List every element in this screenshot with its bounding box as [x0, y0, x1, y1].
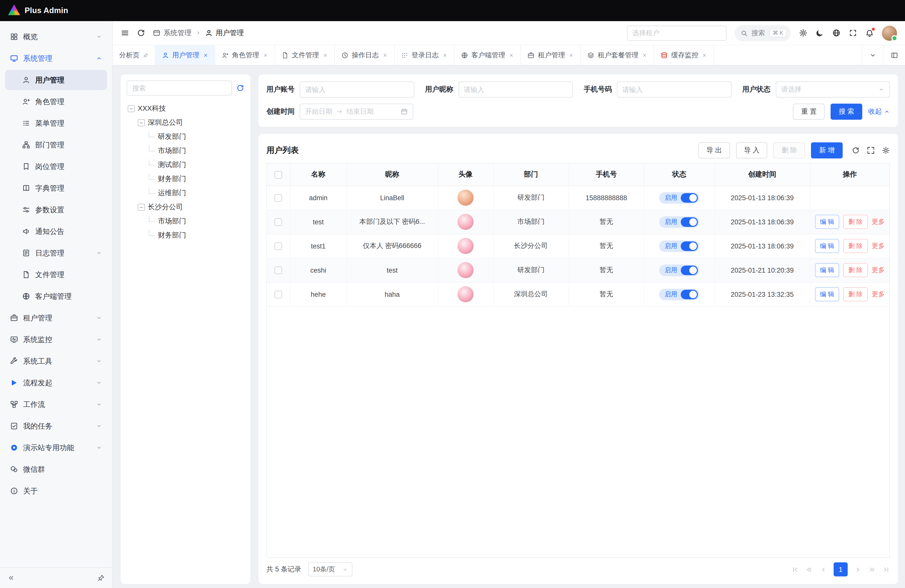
tab-cache-monitor[interactable]: 缓存监控	[654, 45, 714, 65]
sidebar-item-system-mgmt[interactable]: 系统管理	[5, 48, 107, 68]
sidebar-item-log-mgmt[interactable]: 日志管理	[5, 243, 107, 263]
close-icon[interactable]	[509, 52, 514, 57]
row-checkbox[interactable]	[275, 291, 282, 298]
settings-gear-icon[interactable]	[799, 29, 807, 37]
sidebar-item-file-mgmt[interactable]: 文件管理	[5, 265, 107, 285]
sidebar-item-post-mgmt[interactable]: 岗位管理	[5, 156, 107, 176]
delete-row-button[interactable]: 删 除	[843, 215, 868, 229]
edit-button[interactable]: 编 辑	[815, 263, 839, 277]
edit-button[interactable]: 编 辑	[815, 215, 839, 229]
user-status-select[interactable]: 请选择	[776, 81, 890, 98]
close-icon[interactable]	[568, 52, 574, 57]
sidebar-item-system-monitor[interactable]: 系统监控	[5, 329, 107, 350]
close-icon[interactable]	[322, 52, 327, 57]
sidebar-item-menu-mgmt[interactable]: 菜单管理	[5, 113, 107, 133]
table-settings-icon[interactable]	[882, 146, 890, 154]
sidebar-item-demo-features[interactable]: 演示站专用功能	[5, 438, 107, 458]
sidebar-item-notice[interactable]: 通知公告	[5, 221, 107, 242]
table-fullscreen-icon[interactable]	[867, 146, 875, 154]
table-row[interactable]: ceshitest研发部门暂无启用2025-01-21 10:20:39编 辑删…	[267, 258, 889, 282]
pin-icon[interactable]	[143, 52, 148, 57]
tree-node[interactable]: 研发部门	[127, 130, 245, 144]
tabs-dropdown-button[interactable]	[862, 45, 883, 65]
sidebar-pin-icon[interactable]	[98, 574, 105, 582]
sidebar-item-dept-mgmt[interactable]: 部门管理	[5, 135, 107, 155]
tree-node[interactable]: 运维部门	[127, 186, 245, 200]
tabs-layout-button[interactable]	[883, 45, 905, 65]
refresh-page-icon[interactable]	[137, 29, 145, 37]
more-button[interactable]: 更多	[872, 217, 884, 226]
status-switch[interactable]: 启用	[659, 264, 699, 276]
table-row[interactable]: test1仅本人 密码666666长沙分公司暂无启用2025-01-13 18:…	[267, 234, 889, 258]
select-all-checkbox[interactable]	[275, 171, 282, 178]
tree-node[interactable]: 测试部门	[127, 158, 245, 172]
fullscreen-icon[interactable]	[849, 29, 857, 37]
more-button[interactable]: 更多	[872, 290, 884, 299]
status-switch[interactable]: 启用	[659, 240, 699, 252]
pagination-current-page[interactable]: 1	[834, 563, 848, 577]
tenant-select-input[interactable]	[627, 25, 726, 40]
sidebar-item-dict-mgmt[interactable]: 字典管理	[5, 178, 107, 198]
collapse-sidebar-icon[interactable]	[8, 574, 14, 582]
date-range-picker[interactable]: 开始日期 结束日期	[300, 103, 413, 120]
search-button[interactable]: 搜 索	[830, 103, 862, 120]
delete-row-button[interactable]: 删 除	[843, 239, 868, 253]
pagination-last-icon[interactable]	[882, 566, 890, 573]
dark-mode-icon[interactable]	[816, 29, 824, 37]
sidebar-item-wechat-group[interactable]: 微信群	[5, 459, 107, 479]
edit-button[interactable]: 编 辑	[815, 239, 839, 253]
sidebar-item-workflow[interactable]: 工作流	[5, 394, 107, 415]
row-checkbox[interactable]	[275, 218, 282, 226]
pagination-first-icon[interactable]	[791, 566, 799, 573]
user-avatar[interactable]	[882, 25, 897, 40]
sidebar-item-process-start[interactable]: 流程发起	[5, 373, 107, 393]
sidebar-item-system-tools[interactable]: 系统工具	[5, 351, 107, 371]
close-icon[interactable]	[263, 52, 268, 57]
sidebar-item-role-mgmt[interactable]: 角色管理	[5, 92, 107, 112]
notifications-bell-icon[interactable]	[865, 29, 874, 37]
delete-row-button[interactable]: 删 除	[843, 263, 868, 277]
close-icon[interactable]	[642, 52, 647, 57]
hamburger-icon[interactable]	[121, 29, 129, 37]
tab-tenant-mgmt[interactable]: 租户管理	[521, 45, 581, 65]
tree-node[interactable]: 市场部门	[127, 144, 245, 158]
language-icon[interactable]	[832, 29, 841, 37]
add-button[interactable]: 新 增	[811, 142, 843, 159]
breadcrumb-item-user[interactable]: 用户管理	[205, 29, 244, 38]
tree-node[interactable]: 财务部门	[127, 228, 245, 242]
status-switch[interactable]: 启用	[659, 192, 699, 203]
reset-button[interactable]: 重 置	[793, 103, 825, 120]
tree-node[interactable]: 市场部门	[127, 214, 245, 228]
tree-node[interactable]: −XXX科技	[127, 102, 245, 116]
user-nickname-input[interactable]	[458, 81, 573, 98]
pagination-next-more-icon[interactable]	[868, 566, 876, 573]
tree-search-input[interactable]	[127, 81, 232, 95]
more-button[interactable]: 更多	[872, 242, 884, 251]
tab-tenant-package-mgmt[interactable]: 租户套餐管理	[581, 45, 654, 65]
user-account-input[interactable]	[300, 81, 414, 98]
phone-number-input[interactable]	[617, 81, 731, 98]
more-button[interactable]: 更多	[872, 265, 884, 275]
row-checkbox[interactable]	[275, 194, 282, 202]
sidebar-item-my-tasks[interactable]: 我的任务	[5, 416, 107, 436]
sidebar-item-client-mgmt[interactable]: 客户端管理	[5, 286, 107, 306]
row-checkbox[interactable]	[275, 242, 282, 250]
delete-row-button[interactable]: 删 除	[843, 287, 868, 301]
tab-file-mgmt[interactable]: 文件管理	[275, 45, 335, 65]
collapse-filters-link[interactable]: 收起	[868, 107, 890, 116]
status-switch[interactable]: 启用	[659, 288, 699, 300]
page-size-select[interactable]: 10条/页	[308, 563, 352, 577]
sidebar-item-param-settings[interactable]: 参数设置	[5, 200, 107, 220]
pagination-next-icon[interactable]	[854, 566, 862, 573]
tree-node[interactable]: −长沙分公司	[127, 200, 245, 214]
tab-user-mgmt[interactable]: 用户管理	[155, 45, 215, 65]
tree-expander-icon[interactable]: −	[138, 204, 145, 211]
table-refresh-icon[interactable]	[852, 146, 860, 154]
tab-login-log[interactable]: 登录日志	[394, 45, 454, 65]
export-button[interactable]: 导 出	[699, 142, 730, 159]
table-row[interactable]: test本部门及以下 密码6...市场部门暂无启用2025-01-13 18:0…	[267, 210, 889, 234]
tree-node[interactable]: −深圳总公司	[127, 116, 245, 130]
brand[interactable]: Plus Admin	[8, 5, 68, 17]
tree-node[interactable]: 财务部门	[127, 172, 245, 186]
table-row[interactable]: hehehaha深圳总公司暂无启用2025-01-23 13:32:35编 辑删…	[267, 282, 889, 306]
